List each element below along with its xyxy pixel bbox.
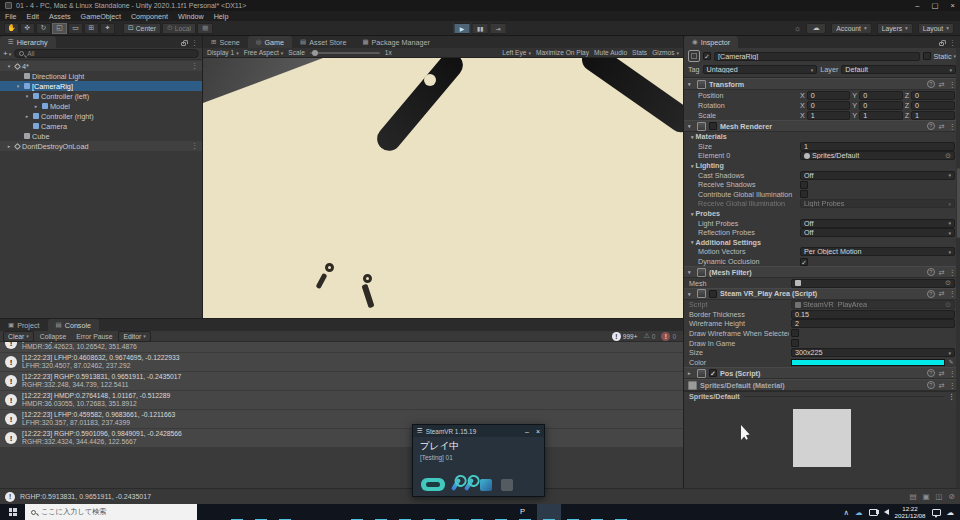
axis-y-input[interactable]: 0 <box>859 91 903 100</box>
material-element-field[interactable]: Sprites/Default⊙ <box>800 151 955 160</box>
presets-icon[interactable]: ⇄ <box>939 122 945 131</box>
base-station-icon[interactable] <box>480 479 492 491</box>
account-dropdown[interactable]: Account <box>831 23 871 34</box>
transform-tool-icon[interactable]: ⊞ <box>84 23 99 34</box>
help-icon[interactable]: ? <box>927 80 935 88</box>
minimize-button[interactable]: – <box>915 1 919 10</box>
wireframe-height-input[interactable]: 2 <box>791 319 955 328</box>
mesh-filter-header[interactable]: ▾ (Mesh Filter) ?⇄⋮ <box>684 266 960 278</box>
maximize-button[interactable]: ▢ <box>932 1 939 10</box>
browser-teal-icon[interactable] <box>441 504 465 520</box>
weather-cloud-icon[interactable]: ☁ <box>947 508 955 517</box>
move-tool-icon[interactable]: ✜ <box>20 23 35 34</box>
eyedropper-icon[interactable]: ✎ <box>947 358 955 366</box>
play-button[interactable]: ▶ <box>454 23 471 34</box>
inspector-kebab-icon[interactable]: ⋮ <box>949 39 956 47</box>
presets-icon[interactable]: ⇄ <box>939 80 945 89</box>
warning-count-badge[interactable]: ⚠0 <box>643 332 655 340</box>
custom-tool-icon[interactable]: ✦ <box>100 23 115 34</box>
tab-console[interactable]: ▤ Console <box>48 319 100 331</box>
menu-item[interactable]: Edit <box>22 12 44 21</box>
hierarchy-scene-4[interactable]: ▾ 4* <box>0 61 202 71</box>
steamvr-playarea-header[interactable]: ▾ Steam VR_Play Area (Script) ?⇄⋮ <box>684 288 960 300</box>
foldout-arrow-icon[interactable]: ▾ <box>5 63 13 69</box>
log-count-badge[interactable]: !999+ <box>612 332 638 341</box>
color-swatch[interactable] <box>791 359 945 366</box>
scale-tool-icon[interactable]: ◱ <box>52 23 67 34</box>
console-log-entry[interactable]: ! [12:22:23] LFHP:0.4608632, 0.9674695, … <box>0 353 683 372</box>
hierarchy-scene-dontdestroyonload[interactable]: ▸ DontDestroyOnLoad <box>0 141 202 151</box>
collapse-toggle[interactable]: Collapse <box>36 333 70 340</box>
gameobject-thumbnail-icon[interactable] <box>688 50 700 62</box>
steamvr-minimize-button[interactable]: – <box>525 428 529 435</box>
hierarchy-item-model[interactable]: ▸ Model <box>0 101 202 111</box>
eye-mode-dropdown[interactable]: Left Eye <box>502 49 531 56</box>
rotate-tool-icon[interactable]: ↻ <box>36 23 51 34</box>
mesh-object-field[interactable]: ⊙ <box>791 279 955 288</box>
object-picker-icon[interactable]: ⊙ <box>945 279 951 287</box>
static-dropdown[interactable]: Static <box>934 52 957 61</box>
start-button[interactable] <box>0 504 25 520</box>
axis-x-input[interactable]: 0 <box>807 101 851 110</box>
tab-game[interactable]: ◎ Game <box>248 36 292 48</box>
edge-icon[interactable] <box>393 504 417 520</box>
gameobject-name-input[interactable]: [CameraRig] <box>714 52 920 61</box>
pivot-toggle-button[interactable]: ⊡Center <box>123 23 161 34</box>
pos-script-header[interactable]: ▸ ✓ Pos (Script) ?⇄⋮ <box>684 367 960 379</box>
axis-z-input[interactable]: 0 <box>911 91 955 100</box>
contribute-gi-checkbox[interactable] <box>800 190 808 198</box>
cast-shadows-dropdown[interactable]: Off <box>800 171 955 180</box>
active-checkbox[interactable]: ✓ <box>703 52 711 60</box>
volume-icon[interactable] <box>884 509 889 515</box>
collab-cloud-icon[interactable]: ☁ <box>806 23 826 34</box>
component-kebab-icon[interactable]: ⋮ <box>949 268 956 277</box>
stats-toggle[interactable]: Stats <box>632 49 647 56</box>
game-render-area[interactable] <box>203 58 683 318</box>
component-kebab-icon[interactable]: ⋮ <box>949 369 956 378</box>
space-toggle-button[interactable]: ⊙Local <box>162 23 196 34</box>
help-icon[interactable]: ? <box>927 381 935 389</box>
axis-x-input[interactable]: 0 <box>807 91 851 100</box>
layer-dropdown[interactable]: Default <box>841 65 956 74</box>
axis-z-input[interactable]: 1 <box>911 111 955 120</box>
materials-foldout[interactable]: ▾Materials <box>684 132 960 142</box>
tab-hierarchy[interactable]: ☰ Hierarchy <box>0 36 56 48</box>
avatar-app-icon[interactable] <box>561 504 585 520</box>
browser-green-icon[interactable] <box>417 504 441 520</box>
console-window-icon[interactable]: ▣ <box>923 492 930 501</box>
steamvr-menu-icon[interactable]: ☰ <box>417 427 423 435</box>
presets-icon[interactable]: ⇄ <box>939 268 945 277</box>
menu-item[interactable]: Help <box>209 12 234 21</box>
menu-item[interactable]: Window <box>173 12 209 21</box>
steamvr-close-button[interactable]: × <box>536 428 540 435</box>
tab-asset-store[interactable]: ▤ Asset Store <box>292 36 354 48</box>
draw-in-game-checkbox[interactable] <box>791 339 799 347</box>
steam-icon[interactable] <box>345 504 369 520</box>
kebab-menu-icon[interactable]: ⋮ <box>191 39 198 47</box>
maximize-on-play-toggle[interactable]: Maximize On Play <box>536 49 589 56</box>
component-kebab-icon[interactable]: ⋮ <box>949 381 956 390</box>
dynamic-occlusion-checkbox[interactable]: ✓ <box>800 258 808 266</box>
reflection-probes-dropdown[interactable]: Off <box>800 228 955 237</box>
add-gameobject-button[interactable]: + <box>3 49 11 58</box>
chevron-up-icon[interactable]: ∧ <box>844 508 850 517</box>
script-enabled-checkbox[interactable] <box>709 290 717 298</box>
headset-icon[interactable] <box>421 478 445 491</box>
aspect-dropdown[interactable]: Free Aspect <box>244 49 284 56</box>
scale-slider[interactable] <box>310 52 380 54</box>
foldout-arrow-icon[interactable]: ▸ <box>32 103 40 109</box>
hierarchy-item-camerarig[interactable]: ▾ [CameraRig] <box>0 81 202 91</box>
layout-dropdown[interactable]: Layout <box>918 23 954 34</box>
draw-wireframe-checkbox[interactable] <box>791 329 799 337</box>
documents-folder-icon[interactable] <box>249 504 273 520</box>
play-area-size-dropdown[interactable]: 300x225 <box>791 348 955 357</box>
hierarchy-item-camera[interactable]: Camera <box>0 121 202 131</box>
menu-item[interactable]: Assets <box>44 12 76 21</box>
component-kebab-icon[interactable]: ⋮ <box>949 289 956 298</box>
notifications-icon[interactable] <box>932 509 941 516</box>
pause-button[interactable]: ▮▮ <box>472 23 489 34</box>
material-header[interactable]: Sprites/Default (Material) ?⇄⋮ <box>684 379 960 391</box>
steamvr-status-window[interactable]: ☰ SteamVR 1.15.19 – × プレイ中 [Testing] 01 <box>412 424 545 497</box>
console-log-entry[interactable]: ! [12:22:23] LFHP:0.459582, 0.9683661, -… <box>0 410 683 429</box>
step-button[interactable]: ⇥ <box>490 23 507 34</box>
